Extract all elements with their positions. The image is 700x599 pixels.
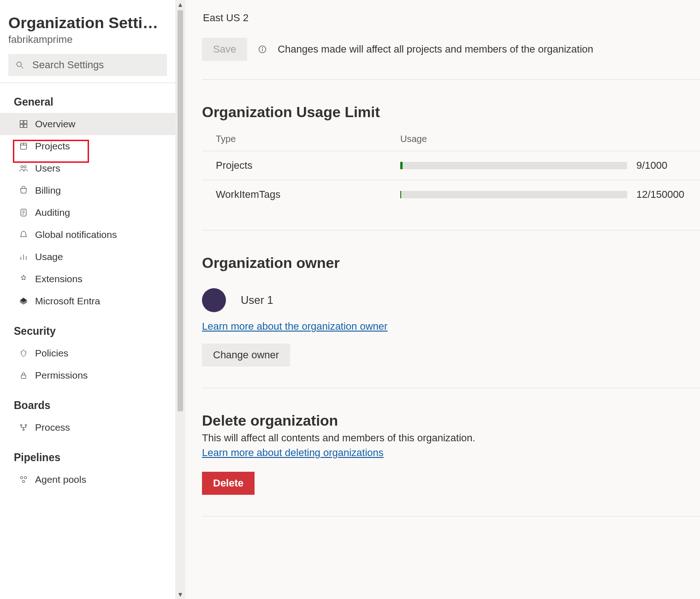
svg-rect-2	[20, 121, 24, 124]
auditing-icon	[18, 208, 29, 218]
nav-usage[interactable]: Usage	[0, 246, 175, 268]
usage-heading: Organization Usage Limit	[202, 104, 700, 121]
svg-point-9	[21, 166, 23, 168]
group-general: General	[0, 83, 175, 113]
svg-point-21	[23, 429, 24, 430]
svg-point-10	[24, 166, 26, 168]
svg-rect-3	[24, 121, 27, 124]
delete-learn-more-link[interactable]: Learn more about deleting organizations	[202, 447, 384, 458]
nav-label: Users	[35, 163, 60, 174]
divider	[202, 388, 700, 388]
usage-table-header: Type Usage	[202, 129, 700, 151]
svg-point-22	[20, 476, 23, 479]
usage-icon	[18, 252, 29, 262]
owner-name: User 1	[241, 294, 273, 307]
process-icon	[18, 422, 29, 433]
nav-extensions[interactable]: Extensions	[0, 268, 175, 290]
sidebar-scrollbar[interactable]: ▲ ▼	[175, 0, 185, 599]
nav-microsoft-entra[interactable]: Microsoft Entra	[0, 290, 175, 312]
group-pipelines: Pipelines	[0, 439, 175, 469]
overview-icon	[18, 119, 29, 129]
search-icon	[15, 60, 25, 70]
usage-row-projects: Projects 9/1000	[202, 151, 700, 180]
billing-icon	[18, 185, 29, 196]
nav-label: Global notifications	[35, 229, 117, 240]
nav-policies[interactable]: Policies	[0, 342, 175, 364]
save-note: Changes made will affect all projects an…	[278, 43, 593, 55]
owner-avatar	[202, 288, 226, 312]
col-type: Type	[216, 134, 400, 144]
svg-point-27	[262, 47, 263, 48]
entra-icon	[18, 296, 29, 306]
usage-bar	[400, 162, 627, 169]
policies-icon	[18, 348, 29, 358]
svg-point-20	[25, 424, 26, 426]
users-icon	[18, 163, 29, 173]
nav-label: Permissions	[35, 370, 88, 381]
delete-warning: This will affect all contents and member…	[202, 432, 700, 444]
nav-users[interactable]: Users	[0, 157, 175, 179]
nav-label: Extensions	[35, 273, 83, 285]
usage-row-label: WorkItemTags	[216, 189, 400, 201]
info-icon	[257, 44, 267, 54]
scroll-down-icon[interactable]: ▼	[177, 590, 184, 599]
svg-rect-4	[20, 125, 24, 128]
nav-label: Policies	[35, 348, 68, 359]
settings-sidebar: Organization Settin… fabrikamprime Gener…	[0, 0, 175, 599]
nav-overview[interactable]: Overview	[0, 113, 175, 135]
nav-auditing[interactable]: Auditing	[0, 202, 175, 224]
col-usage: Usage	[400, 134, 700, 144]
nav-agent-pools[interactable]: Agent pools	[0, 469, 175, 491]
region-label: East US 2	[202, 9, 700, 38]
agent-pools-icon	[18, 474, 29, 485]
divider	[202, 230, 700, 231]
nav-label: Auditing	[35, 207, 70, 218]
nav-label: Process	[35, 422, 70, 433]
svg-point-19	[20, 424, 22, 426]
svg-point-24	[23, 480, 25, 483]
svg-rect-5	[24, 125, 27, 128]
usage-row-label: Projects	[216, 160, 400, 172]
usage-bar	[400, 191, 627, 198]
usage-row-value: 12/150000	[636, 189, 696, 201]
change-owner-button[interactable]: Change owner	[202, 344, 290, 367]
group-security: Security	[0, 312, 175, 342]
search-settings-input[interactable]	[31, 59, 160, 71]
delete-org-button[interactable]: Delete	[202, 472, 255, 495]
search-settings-box[interactable]	[8, 54, 167, 76]
nav-process[interactable]: Process	[0, 416, 175, 439]
nav-label: Usage	[35, 251, 63, 262]
nav-label: Overview	[35, 119, 76, 130]
owner-heading: Organization owner	[202, 255, 700, 272]
organization-name: fabrikamprime	[0, 32, 175, 54]
projects-icon	[18, 141, 29, 151]
scroll-thumb[interactable]	[178, 10, 183, 411]
nav-label: Agent pools	[35, 474, 86, 485]
svg-rect-18	[21, 375, 26, 379]
nav-label: Billing	[35, 185, 61, 196]
nav-projects[interactable]: Projects	[0, 135, 175, 157]
divider	[202, 79, 700, 80]
svg-point-23	[24, 476, 27, 479]
sidebar-title: Organization Settin…	[0, 14, 175, 32]
extensions-icon	[18, 274, 29, 284]
nav-label: Microsoft Entra	[35, 296, 100, 307]
permissions-icon	[18, 370, 29, 380]
usage-row-workitemtags: WorkItemTags 12/150000	[202, 180, 700, 209]
main-content: East US 2 Save Changes made will affect …	[185, 0, 700, 599]
nav-permissions[interactable]: Permissions	[0, 364, 175, 386]
owner-learn-more-link[interactable]: Learn more about the organization owner	[202, 320, 387, 332]
divider	[202, 516, 700, 516]
svg-point-0	[17, 62, 21, 66]
scroll-up-icon[interactable]: ▲	[177, 0, 184, 9]
group-boards: Boards	[0, 386, 175, 416]
svg-line-1	[21, 66, 24, 69]
bell-icon	[18, 230, 29, 240]
usage-row-value: 9/1000	[636, 160, 696, 172]
nav-billing[interactable]: Billing	[0, 179, 175, 202]
nav-label: Projects	[35, 141, 70, 152]
save-button[interactable]: Save	[202, 38, 247, 61]
delete-heading: Delete organization	[202, 412, 700, 429]
nav-global-notifications[interactable]: Global notifications	[0, 224, 175, 246]
